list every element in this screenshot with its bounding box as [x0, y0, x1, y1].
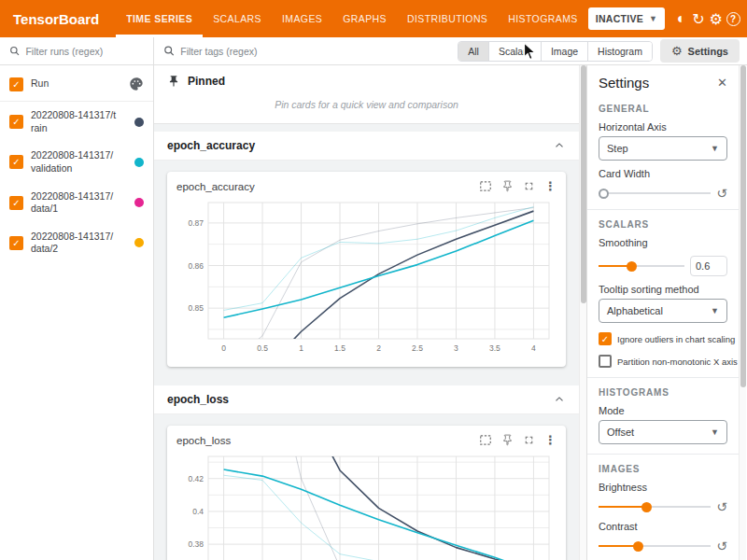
chevron-down-icon: ▼ — [711, 144, 719, 153]
smoothing-value-input[interactable] — [690, 256, 727, 276]
chart-card-epoch-loss: epoch_loss ⋮ 00.511.522.533.540.360.380.… — [167, 426, 566, 560]
app-header: TensorBoard TIME SERIES SCALARS IMAGES G… — [0, 0, 747, 37]
close-icon[interactable]: ✕ — [717, 76, 727, 90]
scrollbar-thumb[interactable] — [740, 65, 746, 387]
fullscreen-icon[interactable] — [523, 180, 535, 192]
histogram-mode-select[interactable]: Offset ▼ — [599, 420, 727, 444]
pinned-title: Pinned — [188, 75, 225, 88]
slider-thumb[interactable] — [633, 541, 643, 552]
brightness-slider[interactable] — [599, 500, 711, 513]
svg-text:0.85: 0.85 — [188, 303, 204, 313]
epoch-accuracy-chart[interactable]: 00.511.522.533.540.850.860.87 — [175, 195, 558, 361]
gear-icon[interactable]: ⚙ — [707, 7, 725, 31]
search-icon — [9, 45, 20, 57]
fit-chart-icon[interactable] — [479, 180, 492, 192]
chart-card-epoch-accuracy: epoch_accuracy ⋮ 00.511.522.533.540.850.… — [167, 172, 566, 367]
main-scrollbar[interactable] — [579, 65, 586, 560]
gear-icon: ⚙ — [671, 44, 683, 58]
section-epoch-accuracy: epoch_accuracy epoch_accuracy — [154, 132, 579, 378]
filter-chip-scalars[interactable]: Scalars — [488, 42, 541, 61]
tab-graphs[interactable]: GRAPHS — [332, 0, 397, 37]
run-color-dot[interactable] — [134, 158, 144, 167]
run-status-dropdown[interactable]: INACTIVE ▼ — [588, 7, 666, 30]
partition-x-axis-checkbox[interactable] — [599, 355, 612, 368]
run-status-value: INACTIVE — [596, 13, 643, 24]
reset-icon[interactable]: ↺ — [716, 187, 727, 200]
pinned-section: Pinned Pin cards for a quick view and co… — [154, 65, 579, 124]
run-checkbox[interactable]: ✓ — [9, 115, 23, 129]
horizontal-axis-label: Horizontal Axis — [599, 121, 727, 133]
run-row-validation[interactable]: ✓ 20220808-141317/validation — [0, 142, 153, 182]
run-filter-input[interactable] — [25, 46, 144, 57]
run-label: 20220808-141317/train — [31, 109, 117, 134]
histograms-heading: HISTOGRAMS — [599, 387, 727, 398]
tab-time-series[interactable]: TIME SERIES — [116, 0, 203, 37]
reset-icon[interactable]: ↺ — [716, 539, 727, 553]
filter-chip-histogram[interactable]: Histogram — [587, 42, 652, 61]
run-checkbox[interactable]: ✓ — [9, 196, 23, 210]
scalars-heading: SCALARS — [599, 219, 727, 230]
run-color-dot[interactable] — [134, 238, 144, 247]
run-row-data-2[interactable]: ✓ 20220808-141317/data/2 — [0, 223, 153, 263]
filter-chip-image[interactable]: Image — [541, 42, 587, 61]
svg-text:2: 2 — [376, 343, 381, 353]
filter-chip-all[interactable]: All — [458, 42, 488, 61]
partition-x-axis-row[interactable]: Partition non-monotonic X axis — [599, 355, 727, 368]
images-heading: IMAGES — [599, 464, 727, 474]
fullscreen-icon[interactable] — [523, 434, 535, 446]
horizontal-axis-select[interactable]: Step ▼ — [599, 136, 727, 161]
reset-icon[interactable]: ↺ — [716, 500, 727, 513]
ignore-outliers-row[interactable]: ✓ Ignore outliers in chart scaling — [599, 332, 727, 345]
fit-chart-icon[interactable] — [479, 434, 492, 446]
card-width-slider[interactable] — [599, 187, 711, 200]
run-row-data-1[interactable]: ✓ 20220808-141317/data/1 — [0, 183, 153, 223]
more-options-icon[interactable]: ⋮ — [544, 433, 557, 447]
general-heading: GENERAL — [599, 104, 727, 114]
more-options-icon[interactable]: ⋮ — [544, 179, 557, 193]
tag-filter[interactable] — [163, 45, 450, 57]
scrollbar-thumb[interactable] — [581, 65, 586, 303]
run-checkbox[interactable]: ✓ — [9, 155, 23, 169]
run-color-dot[interactable] — [134, 118, 144, 127]
brightness-label: Brightness — [599, 482, 727, 493]
theme-toggle-icon[interactable]: ◐ — [672, 7, 690, 31]
run-filter[interactable] — [0, 37, 153, 65]
tooltip-sorting-select[interactable]: Alphabetical ▼ — [599, 299, 727, 323]
runs-sidebar: ✓ Run ✓ 20220808-141317/train ✓ 20220808… — [0, 37, 154, 560]
help-icon[interactable]: ? — [725, 7, 742, 31]
app-title[interactable]: TensorBoard — [0, 0, 116, 37]
settings-scrollbar[interactable] — [739, 65, 746, 560]
ignore-outliers-checkbox[interactable]: ✓ — [599, 332, 612, 345]
settings-button[interactable]: ⚙ Settings — [660, 39, 740, 63]
slider-thumb[interactable] — [599, 189, 609, 199]
svg-text:0.42: 0.42 — [188, 474, 204, 483]
chevron-up-icon[interactable] — [553, 139, 566, 152]
section-header-epoch-accuracy[interactable]: epoch_accuracy — [154, 132, 579, 161]
run-checkbox[interactable]: ✓ — [9, 236, 23, 250]
refresh-icon[interactable]: ↻ — [690, 7, 708, 31]
run-label: 20220808-141317/data/1 — [31, 190, 117, 216]
tab-scalars[interactable]: SCALARS — [203, 0, 272, 37]
tag-filter-input[interactable] — [180, 46, 450, 57]
tab-distributions[interactable]: DISTRIBUTIONS — [397, 0, 498, 37]
smoothing-slider[interactable] — [599, 259, 684, 273]
pin-icon[interactable] — [501, 434, 514, 446]
card-width-label: Card Width — [599, 168, 727, 179]
chevron-up-icon[interactable] — [553, 393, 566, 406]
svg-text:0.87: 0.87 — [188, 218, 204, 228]
palette-icon[interactable] — [129, 77, 144, 91]
epoch-loss-chart[interactable]: 00.511.522.533.540.360.380.40.42 — [175, 449, 558, 560]
section-header-epoch-loss[interactable]: epoch_loss — [154, 385, 579, 414]
tensorboard-app: TensorBoard TIME SERIES SCALARS IMAGES G… — [0, 0, 747, 560]
contrast-slider[interactable] — [599, 539, 711, 553]
settings-panel: Settings ✕ GENERAL Horizontal Axis Step … — [586, 65, 739, 560]
run-color-dot[interactable] — [134, 198, 144, 207]
slider-thumb[interactable] — [641, 502, 652, 512]
run-row-train[interactable]: ✓ 20220808-141317/train — [0, 102, 153, 142]
pin-icon[interactable] — [501, 180, 514, 192]
tab-images[interactable]: IMAGES — [272, 0, 332, 37]
tab-histograms[interactable]: HISTOGRAMS — [498, 0, 587, 37]
card-title: epoch_accuracy — [176, 181, 479, 192]
slider-thumb[interactable] — [627, 261, 637, 272]
select-all-runs-checkbox[interactable]: ✓ — [9, 77, 23, 91]
